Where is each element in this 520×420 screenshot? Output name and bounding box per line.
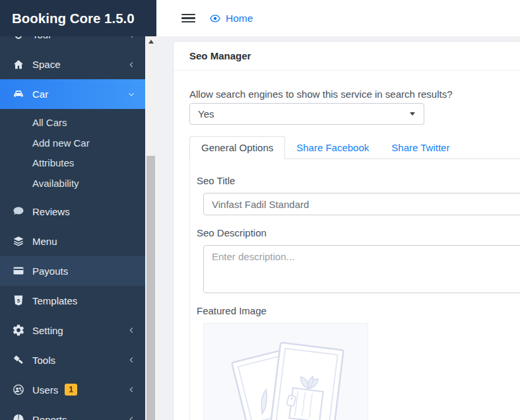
card-header: Seo Manager [174, 42, 520, 71]
app-logo[interactable]: Booking Core 1.5.0 [0, 0, 156, 36]
seo-description-label: Seo Description [197, 227, 520, 238]
scroll-up-arrow[interactable] [145, 36, 156, 47]
chevron-down-icon [127, 90, 136, 99]
sidebar-subitem-all-cars[interactable]: All Cars [0, 112, 145, 133]
home-link[interactable]: Home [209, 0, 253, 36]
image-placeholder-illustration [204, 324, 368, 420]
sidebar-subitem-attributes[interactable]: Attributes [0, 153, 145, 173]
hammer-icon [12, 353, 25, 367]
sidebar-item-menu[interactable]: Menu [0, 227, 145, 256]
car-icon [12, 88, 25, 101]
seo-tabs: General Options Share Facebook Share Twi… [189, 136, 520, 159]
general-options-panel: Seo Title Seo Description Featured Image [189, 159, 520, 420]
main-content: Seo Manager Allow search engines to show… [156, 36, 520, 420]
users-count-badge: 1 [65, 384, 77, 396]
page-title: Seo Manager [189, 50, 251, 61]
home-icon [12, 58, 25, 71]
sidebar-item-payouts[interactable]: Payouts [0, 256, 145, 286]
chevron-left-icon [127, 60, 136, 69]
tour-icon [12, 36, 25, 42]
hamburger-menu-icon[interactable] [181, 14, 195, 22]
sidebar-item-tools[interactable]: Tools [0, 345, 145, 375]
svg-text:5: 5 [17, 298, 20, 304]
sidebar-item-label: Space [32, 59, 61, 70]
users-icon [12, 383, 25, 396]
allow-search-select-wrap: Yes [189, 103, 424, 125]
sidebar-item-label: Menu [32, 236, 57, 247]
home-link-label: Home [226, 13, 253, 24]
chevron-left-icon [127, 385, 136, 394]
featured-image-group: Featured Image [197, 305, 520, 420]
app-screen: Booking Core 1.5.0 Home Tour [0, 0, 520, 420]
chevron-left-icon [127, 326, 136, 335]
allow-search-engines-label: Allow search engines to show this servic… [189, 86, 467, 103]
card-body: Allow search engines to show this servic… [174, 71, 520, 420]
seo-description-textarea[interactable] [203, 245, 520, 293]
chevron-left-icon [127, 415, 136, 420]
layers-icon [12, 234, 25, 248]
featured-image-label: Featured Image [197, 305, 520, 316]
tab-general-options[interactable]: General Options [189, 136, 285, 159]
seo-description-group: Seo Description [197, 227, 520, 293]
sidebar-item-label: Reviews [32, 206, 70, 217]
credit-card-icon [12, 264, 25, 277]
seo-title-input[interactable] [203, 193, 520, 215]
topbar: Home [156, 0, 520, 36]
sidebar-item-reviews[interactable]: Reviews [0, 197, 145, 227]
seo-title-group: Seo Title [197, 175, 520, 215]
sidebar-item-label: Car [32, 88, 48, 100]
sidebar: Tour Space Car [0, 36, 145, 420]
sidebar-item-label: Setting [32, 325, 63, 336]
tab-share-facebook[interactable]: Share Facebook [285, 137, 380, 158]
sidebar-item-users[interactable]: Users 1 [0, 375, 145, 405]
tab-share-twitter[interactable]: Share Twitter [380, 137, 461, 158]
sidebar-item-label: Tools [32, 355, 55, 366]
sidebar-item-car[interactable]: Car [0, 79, 145, 109]
sidebar-item-space[interactable]: Space [0, 50, 145, 79]
sidebar-item-templates[interactable]: 5 Templates [0, 286, 145, 316]
seo-manager-card: Seo Manager Allow search engines to show… [173, 41, 520, 420]
sidebar-item-setting[interactable]: Setting [0, 316, 145, 345]
eye-icon [209, 13, 221, 24]
sidebar-item-label: Users [32, 384, 58, 396]
sidebar-item-tour[interactable]: Tour [0, 36, 145, 50]
sidebar-item-label: Tour [32, 36, 51, 40]
allow-search-select[interactable]: Yes [189, 103, 424, 125]
sidebar-item-label: Reports [32, 414, 67, 420]
vertical-scrollbar[interactable] [145, 36, 156, 420]
sidebar-subitem-add-new-car[interactable]: Add new Car [0, 133, 145, 153]
comment-icon [12, 205, 25, 218]
pie-chart-icon [12, 413, 25, 420]
scrollbar-thumb[interactable] [146, 156, 155, 420]
sidebar-item-label: Templates [32, 295, 77, 306]
sidebar-subitem-availability[interactable]: Availability [0, 173, 145, 193]
gear-icon [12, 324, 25, 337]
html5-icon: 5 [12, 294, 25, 307]
chevron-left-icon [127, 36, 136, 40]
chevron-left-icon [127, 355, 136, 365]
sidebar-item-label: Payouts [32, 265, 68, 277]
seo-title-label: Seo Title [197, 175, 520, 186]
sidebar-item-reports[interactable]: Reports [0, 405, 145, 420]
featured-image-uploader[interactable] [203, 323, 368, 420]
